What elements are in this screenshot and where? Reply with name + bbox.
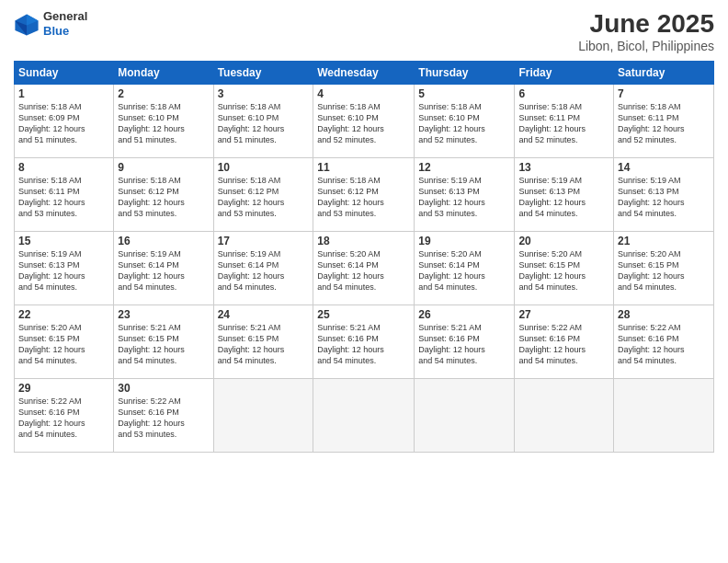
day-number: 17	[218, 235, 310, 247]
day-cell-13: 13Sunrise: 5:19 AMSunset: 6:13 PMDayligh…	[515, 158, 614, 232]
day-number: 23	[118, 308, 209, 321]
header-friday: Friday	[515, 62, 614, 85]
day-info: Sunrise: 5:18 AMSunset: 6:10 PMDaylight:…	[118, 101, 209, 146]
day-info: Sunrise: 5:20 AMSunset: 6:15 PMDaylight:…	[518, 248, 609, 293]
day-cell-28: 28Sunrise: 5:22 AMSunset: 6:16 PMDayligh…	[614, 305, 714, 379]
day-cell-23: 23Sunrise: 5:21 AMSunset: 6:15 PMDayligh…	[114, 305, 213, 379]
calendar-week-4: 22Sunrise: 5:20 AMSunset: 6:15 PMDayligh…	[15, 305, 714, 379]
day-number: 8	[18, 161, 109, 174]
header-thursday: Thursday	[415, 62, 515, 85]
day-cell-8: 8Sunrise: 5:18 AMSunset: 6:11 PMDaylight…	[15, 158, 114, 232]
day-number: 20	[518, 235, 609, 247]
day-info: Sunrise: 5:18 AMSunset: 6:12 PMDaylight:…	[118, 175, 209, 220]
day-cell-22: 22Sunrise: 5:20 AMSunset: 6:15 PMDayligh…	[15, 305, 114, 379]
day-info: Sunrise: 5:18 AMSunset: 6:10 PMDaylight:…	[418, 101, 510, 146]
day-number: 9	[118, 161, 209, 174]
day-cell-10: 10Sunrise: 5:18 AMSunset: 6:12 PMDayligh…	[213, 158, 313, 232]
day-cell-29: 29Sunrise: 5:22 AMSunset: 6:16 PMDayligh…	[15, 379, 114, 453]
title-block: June 2025 Libon, Bicol, Philippines	[578, 9, 714, 53]
day-info: Sunrise: 5:19 AMSunset: 6:13 PMDaylight:…	[418, 175, 510, 220]
day-number: 28	[618, 308, 710, 321]
day-number: 11	[317, 161, 410, 174]
day-cell-17: 17Sunrise: 5:19 AMSunset: 6:14 PMDayligh…	[213, 232, 313, 305]
day-number: 7	[618, 87, 710, 100]
day-number: 2	[118, 87, 209, 100]
day-cell-12: 12Sunrise: 5:19 AMSunset: 6:13 PMDayligh…	[415, 158, 515, 232]
day-cell-21: 21Sunrise: 5:20 AMSunset: 6:15 PMDayligh…	[614, 232, 714, 305]
day-info: Sunrise: 5:18 AMSunset: 6:11 PMDaylight:…	[18, 175, 109, 220]
day-number: 5	[418, 87, 510, 100]
day-info: Sunrise: 5:22 AMSunset: 6:16 PMDaylight:…	[618, 322, 710, 367]
day-info: Sunrise: 5:18 AMSunset: 6:11 PMDaylight:…	[518, 101, 609, 146]
day-number: 18	[317, 235, 410, 247]
day-info: Sunrise: 5:18 AMSunset: 6:12 PMDaylight:…	[317, 175, 410, 220]
day-number: 13	[518, 161, 609, 174]
day-cell-18: 18Sunrise: 5:20 AMSunset: 6:14 PMDayligh…	[313, 232, 415, 305]
main-title: June 2025	[578, 9, 714, 39]
day-number: 14	[618, 161, 710, 174]
day-cell-15: 15Sunrise: 5:19 AMSunset: 6:13 PMDayligh…	[15, 232, 114, 305]
day-info: Sunrise: 5:21 AMSunset: 6:16 PMDaylight:…	[317, 322, 410, 367]
calendar-week-1: 1Sunrise: 5:18 AMSunset: 6:09 PMDaylight…	[15, 85, 714, 158]
day-number: 1	[18, 87, 109, 100]
day-info: Sunrise: 5:20 AMSunset: 6:14 PMDaylight:…	[317, 248, 410, 293]
header-monday: Monday	[114, 62, 213, 85]
day-info: Sunrise: 5:19 AMSunset: 6:13 PMDaylight:…	[18, 248, 109, 293]
header-tuesday: Tuesday	[213, 62, 313, 85]
empty-cell	[515, 379, 614, 453]
day-cell-16: 16Sunrise: 5:19 AMSunset: 6:14 PMDayligh…	[114, 232, 213, 305]
day-info: Sunrise: 5:19 AMSunset: 6:13 PMDaylight:…	[618, 175, 710, 220]
day-cell-14: 14Sunrise: 5:19 AMSunset: 6:13 PMDayligh…	[614, 158, 714, 232]
day-info: Sunrise: 5:21 AMSunset: 6:15 PMDaylight:…	[218, 322, 310, 367]
logo-text: General Blue	[43, 9, 87, 38]
logo-icon	[14, 11, 40, 37]
day-cell-25: 25Sunrise: 5:21 AMSunset: 6:16 PMDayligh…	[313, 305, 415, 379]
header-wednesday: Wednesday	[313, 62, 415, 85]
day-info: Sunrise: 5:18 AMSunset: 6:10 PMDaylight:…	[317, 101, 410, 146]
calendar: Sunday Monday Tuesday Wednesday Thursday…	[14, 61, 714, 453]
day-number: 19	[418, 235, 510, 247]
logo: General Blue	[14, 9, 87, 38]
day-info: Sunrise: 5:19 AMSunset: 6:14 PMDaylight:…	[218, 248, 310, 293]
day-number: 26	[418, 308, 510, 321]
day-info: Sunrise: 5:22 AMSunset: 6:16 PMDaylight:…	[118, 396, 209, 441]
day-info: Sunrise: 5:20 AMSunset: 6:14 PMDaylight:…	[418, 248, 510, 293]
day-number: 30	[118, 382, 209, 395]
calendar-week-3: 15Sunrise: 5:19 AMSunset: 6:13 PMDayligh…	[15, 232, 714, 305]
day-info: Sunrise: 5:18 AMSunset: 6:09 PMDaylight:…	[18, 101, 109, 146]
day-cell-30: 30Sunrise: 5:22 AMSunset: 6:16 PMDayligh…	[114, 379, 213, 453]
day-info: Sunrise: 5:20 AMSunset: 6:15 PMDaylight:…	[18, 322, 109, 367]
day-cell-19: 19Sunrise: 5:20 AMSunset: 6:14 PMDayligh…	[415, 232, 515, 305]
day-number: 21	[618, 235, 710, 247]
day-cell-20: 20Sunrise: 5:20 AMSunset: 6:15 PMDayligh…	[515, 232, 614, 305]
day-info: Sunrise: 5:18 AMSunset: 6:10 PMDaylight:…	[218, 101, 310, 146]
day-info: Sunrise: 5:22 AMSunset: 6:16 PMDaylight:…	[518, 322, 609, 367]
day-cell-3: 3Sunrise: 5:18 AMSunset: 6:10 PMDaylight…	[213, 85, 313, 158]
header: General Blue June 2025 Libon, Bicol, Phi…	[14, 9, 714, 53]
day-info: Sunrise: 5:18 AMSunset: 6:11 PMDaylight:…	[618, 101, 710, 146]
day-number: 10	[218, 161, 310, 174]
day-cell-11: 11Sunrise: 5:18 AMSunset: 6:12 PMDayligh…	[313, 158, 415, 232]
day-cell-7: 7Sunrise: 5:18 AMSunset: 6:11 PMDaylight…	[614, 85, 714, 158]
day-number: 6	[518, 87, 609, 100]
day-cell-9: 9Sunrise: 5:18 AMSunset: 6:12 PMDaylight…	[114, 158, 213, 232]
page: General Blue June 2025 Libon, Bicol, Phi…	[0, 0, 728, 563]
day-cell-26: 26Sunrise: 5:21 AMSunset: 6:16 PMDayligh…	[415, 305, 515, 379]
day-number: 29	[18, 382, 109, 395]
day-number: 4	[317, 87, 410, 100]
day-number: 24	[218, 308, 310, 321]
day-number: 25	[317, 308, 410, 321]
logo-general: General	[43, 9, 87, 24]
day-number: 22	[18, 308, 109, 321]
day-cell-4: 4Sunrise: 5:18 AMSunset: 6:10 PMDaylight…	[313, 85, 415, 158]
day-info: Sunrise: 5:21 AMSunset: 6:15 PMDaylight:…	[118, 322, 209, 367]
day-number: 27	[518, 308, 609, 321]
day-number: 15	[18, 235, 109, 247]
day-cell-24: 24Sunrise: 5:21 AMSunset: 6:15 PMDayligh…	[213, 305, 313, 379]
day-cell-5: 5Sunrise: 5:18 AMSunset: 6:10 PMDaylight…	[415, 85, 515, 158]
calendar-week-2: 8Sunrise: 5:18 AMSunset: 6:11 PMDaylight…	[15, 158, 714, 232]
day-number: 3	[218, 87, 310, 100]
day-cell-1: 1Sunrise: 5:18 AMSunset: 6:09 PMDaylight…	[15, 85, 114, 158]
day-cell-2: 2Sunrise: 5:18 AMSunset: 6:10 PMDaylight…	[114, 85, 213, 158]
weekday-header-row: Sunday Monday Tuesday Wednesday Thursday…	[15, 62, 714, 85]
